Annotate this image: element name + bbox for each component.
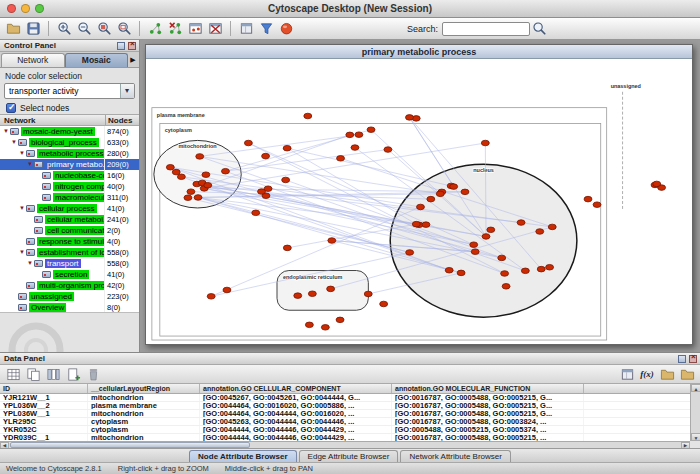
expander-icon[interactable]: ▼ xyxy=(18,148,26,159)
graph-node[interactable] xyxy=(196,154,204,160)
create-network-icon[interactable] xyxy=(146,20,164,38)
attribute-matrix-icon[interactable] xyxy=(4,365,22,383)
table-cell[interactable]: [GO:0005488, GO:0005215, GO:0005374, ... xyxy=(392,426,584,433)
graph-node[interactable] xyxy=(406,250,414,256)
graph-node[interactable] xyxy=(308,291,316,297)
new-attribute-icon[interactable] xyxy=(64,365,82,383)
graph-node[interactable] xyxy=(427,196,435,202)
open-session-icon[interactable] xyxy=(4,20,22,38)
graph-node[interactable] xyxy=(461,189,469,195)
column-header-cellularlayoutregion[interactable]: __cellularLayoutRegion xyxy=(88,384,200,393)
graph-node[interactable] xyxy=(498,255,506,261)
graph-node[interactable] xyxy=(487,227,495,233)
table-row[interactable]: YKR052Ccytoplasm[GO:0044444, GO:0044446,… xyxy=(0,426,690,434)
expander-icon[interactable]: ▼ xyxy=(18,203,26,214)
table-cell[interactable]: YJR121W__1 xyxy=(0,394,88,401)
filter-icon[interactable] xyxy=(257,20,275,38)
tab-node-attribute-browser[interactable]: Node Attribute Browser xyxy=(189,450,297,462)
graph-node[interactable] xyxy=(244,140,252,146)
graph-node[interactable] xyxy=(282,177,290,183)
table-cell[interactable]: YPL036W__2 xyxy=(0,402,88,409)
graph-node[interactable] xyxy=(422,222,430,228)
create-view-icon[interactable] xyxy=(186,20,204,38)
table-cell[interactable]: YDR039C__1 xyxy=(0,434,88,441)
column-header-annotation-go-molecular-function[interactable]: annotation.GO MOLECULAR_FUNCTION xyxy=(392,384,584,393)
graph-node[interactable] xyxy=(194,195,202,201)
graph-node[interactable] xyxy=(202,172,210,178)
graph-node[interactable] xyxy=(337,156,345,162)
tree-item-cellular-metabol[interactable]: cellular metabol...241(0) xyxy=(0,214,139,225)
function-builder-icon[interactable]: f(x) xyxy=(638,365,656,383)
table-cell[interactable]: YPL036W__1 xyxy=(0,410,88,417)
table-cell[interactable]: [GO:0044444, GO:0044446, GO:0044429, ... xyxy=(200,426,392,433)
graph-node[interactable] xyxy=(384,147,392,153)
export-attributes-icon[interactable] xyxy=(678,365,696,383)
tab-edge-attribute-browser[interactable]: Edge Attribute Browser xyxy=(299,450,399,462)
delete-attribute-icon[interactable] xyxy=(84,365,102,383)
graph-node[interactable] xyxy=(304,113,312,119)
graph-node[interactable] xyxy=(405,115,413,121)
table-cell[interactable]: YLR295C xyxy=(0,418,88,425)
close-data-panel-icon[interactable] xyxy=(689,355,697,363)
table-cell[interactable]: [GO:0016787, GO:0005488, GO:0005215, G..… xyxy=(392,402,584,409)
graph-node[interactable] xyxy=(166,164,174,170)
annotation-icon[interactable] xyxy=(277,20,295,38)
table-cell[interactable]: [GO:0044464, GO:0044444, GO:0016020, ... xyxy=(200,410,392,417)
graph-node[interactable] xyxy=(481,140,489,146)
tab-scroll-right-icon[interactable]: ▶ xyxy=(128,53,138,67)
tree-item-overview[interactable]: Overview8(0) xyxy=(0,302,139,313)
graph-node[interactable] xyxy=(501,271,509,277)
table-options-icon[interactable] xyxy=(618,365,636,383)
control-panel-header[interactable]: Control Panel xyxy=(0,40,139,52)
tree-item-establishment-of-lo[interactable]: ▼establishment of lo...558(0) xyxy=(0,247,139,258)
expander-icon[interactable]: ▼ xyxy=(18,247,26,258)
expander-icon[interactable]: ▼ xyxy=(26,258,34,269)
select-columns-icon[interactable] xyxy=(44,365,62,383)
table-cell[interactable]: [GO:0016787, GO:0005488, GO:0003824, ... xyxy=(392,418,584,425)
manage-panels-icon[interactable] xyxy=(237,20,255,38)
save-session-icon[interactable] xyxy=(24,20,42,38)
graph-node[interactable] xyxy=(417,204,425,210)
graph-node[interactable] xyxy=(346,132,354,138)
tree-item-transport[interactable]: ▼transport558(0) xyxy=(0,258,139,269)
table-cell[interactable]: [GO:0016787, GO:0005488, GO:0005215, G..… xyxy=(392,410,584,417)
graph-node[interactable] xyxy=(223,287,231,293)
graph-node[interactable] xyxy=(482,234,490,240)
graph-node[interactable] xyxy=(450,184,458,190)
graph-node[interactable] xyxy=(521,268,529,274)
tree-item-secretion[interactable]: secretion41(0) xyxy=(0,269,139,280)
graph-node[interactable] xyxy=(351,145,359,151)
graph-node[interactable] xyxy=(502,284,510,290)
search-input[interactable] xyxy=(442,22,530,36)
graph-node[interactable] xyxy=(445,267,453,273)
graph-node[interactable] xyxy=(537,266,545,272)
table-cell[interactable]: [GO:0016787, GO:0005488, GO:0005215, G..… xyxy=(392,394,584,401)
graph-node[interactable] xyxy=(471,249,479,255)
graph-node[interactable] xyxy=(221,168,229,174)
column-header-annotation-go-cellular-component[interactable]: annotation.GO CELLULAR_COMPONENT xyxy=(200,384,392,393)
tab-network-attribute-browser[interactable]: Network Attribute Browser xyxy=(400,450,510,462)
table-row[interactable]: YLR295Ccytoplasm[GO:0045263, GO:0044444,… xyxy=(0,418,690,426)
tree-item-response-to-stimul[interactable]: response to stimul...4(0) xyxy=(0,236,139,247)
tree-item-nitrogen-compo[interactable]: nitrogen compo...40(0) xyxy=(0,181,139,192)
tree-item-nucleobase-co[interactable]: nucleobase-co...16(0) xyxy=(0,170,139,181)
zoom-out-icon[interactable] xyxy=(75,20,93,38)
table-row[interactable]: YDR039C__1mitochondrion[GO:0044444, GO:0… xyxy=(0,434,690,441)
graph-node[interactable] xyxy=(548,224,556,230)
table-cell[interactable]: cytoplasm xyxy=(88,426,200,433)
tree-item-unassigned[interactable]: unassigned223(0) xyxy=(0,291,139,302)
graph-node[interactable] xyxy=(436,191,444,197)
graph-node[interactable] xyxy=(321,325,329,331)
graph-node[interactable] xyxy=(327,286,335,292)
table-cell[interactable]: [GO:0044464, GO:0016020, GO:0005886, ... xyxy=(200,402,392,409)
graph-node[interactable] xyxy=(262,153,270,159)
select-nodes-row[interactable]: Select nodes xyxy=(0,101,139,114)
table-cell[interactable]: plasma membrane xyxy=(88,402,200,409)
table-cell[interactable]: mitochondrion xyxy=(88,434,200,441)
graph-node[interactable] xyxy=(305,322,313,328)
table-cell[interactable]: YKR052C xyxy=(0,426,88,433)
node-color-dropdown[interactable]: transporter activity xyxy=(4,83,135,99)
table-horizontal-scrollbar[interactable] xyxy=(0,441,690,448)
destroy-view-icon[interactable] xyxy=(206,20,224,38)
data-panel-header[interactable]: Data Panel xyxy=(0,353,700,365)
